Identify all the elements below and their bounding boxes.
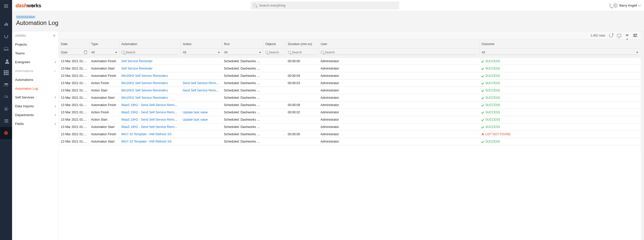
cell-run: Scheduled: Dashworks Daily bbox=[222, 138, 263, 145]
rail-progress[interactable] bbox=[0, 30, 12, 42]
rail-apps[interactable] bbox=[0, 66, 12, 79]
filter-objects[interactable] bbox=[265, 50, 284, 55]
settings-lines-icon bbox=[633, 34, 637, 37]
table-row[interactable]: 13 Mar 2021 01:00Action StartWaaS 19H2 -… bbox=[59, 116, 640, 123]
automation-link[interactable]: Win20H2 Self Service Reminders bbox=[121, 81, 168, 85]
rail-devices[interactable] bbox=[0, 42, 12, 54]
sidebar-subitem-automation-log[interactable]: Automation Log bbox=[12, 84, 59, 93]
col-date[interactable]: Date bbox=[59, 40, 89, 49]
chevron-right-icon bbox=[54, 114, 56, 116]
close-icon[interactable]: ✕ bbox=[53, 34, 56, 38]
rail-mail[interactable] bbox=[0, 79, 12, 91]
cell-outcome: SUCCESS bbox=[479, 72, 640, 80]
screen-icon bbox=[617, 34, 621, 37]
cell-duration bbox=[286, 138, 318, 145]
filter-duration-input[interactable] bbox=[292, 50, 316, 55]
automation-link[interactable]: Win20H2 Self Service Reminders bbox=[121, 96, 168, 99]
filter-type[interactable]: All bbox=[91, 50, 117, 55]
filter-objects-input[interactable] bbox=[269, 50, 284, 55]
global-search[interactable] bbox=[251, 2, 399, 10]
table-row[interactable]: 13 Mar 2021 01:00Automation StartWin7-10… bbox=[59, 138, 640, 145]
rail-lists[interactable] bbox=[0, 91, 12, 103]
rail-discover[interactable] bbox=[0, 103, 12, 115]
refresh-button[interactable] bbox=[609, 33, 613, 38]
outcome-text: SUCCESS bbox=[486, 89, 500, 92]
sidebar-item-automations[interactable]: Automations bbox=[12, 66, 59, 75]
rail-list[interactable] bbox=[0, 115, 12, 127]
automation-link[interactable]: WaaS 19H2 - Send Self-Service Reminders bbox=[121, 103, 181, 107]
user-menu[interactable]: Barry Angell bbox=[613, 3, 640, 8]
sidebar-item-teams[interactable]: Teams bbox=[12, 49, 59, 58]
automation-link[interactable]: Self Service Reminder bbox=[121, 59, 152, 63]
automation-link[interactable]: Win20H2 Self Service Reminders bbox=[121, 89, 168, 92]
table-row[interactable]: 13 Mar 2021 01:00Action StartWin20H2 Sel… bbox=[59, 87, 640, 94]
outcome-text: SUCCESS bbox=[486, 118, 500, 121]
filter-automation-input[interactable] bbox=[126, 50, 179, 55]
table-row[interactable]: 13 Mar 2021 01:00Automation FinishSelf S… bbox=[59, 58, 640, 65]
rail-admin[interactable] bbox=[0, 127, 12, 139]
rail-users[interactable] bbox=[0, 54, 12, 66]
automation-link[interactable]: Self Service Reminder bbox=[121, 67, 152, 70]
automation-link[interactable]: WaaS 19H2 - Send Self-Service Reminders bbox=[121, 111, 181, 114]
filter-outcome[interactable]: All bbox=[481, 50, 638, 55]
table-row[interactable]: 13 Mar 2021 01:00Action FinishWaaS 19H2 … bbox=[59, 109, 640, 116]
column-config-button[interactable] bbox=[633, 33, 637, 38]
sidebar-item-projects[interactable]: Projects bbox=[12, 40, 59, 49]
cell-objects bbox=[263, 131, 286, 138]
breadcrumb[interactable]: Administration bbox=[16, 15, 35, 18]
global-search-input[interactable] bbox=[259, 3, 397, 8]
cell-outcome: SUCCESS bbox=[479, 123, 640, 131]
automation-link[interactable]: Win7-10 Template - HW Refresh SS bbox=[121, 132, 172, 136]
cell-user: Administrator bbox=[318, 58, 479, 65]
automation-link[interactable]: WaaS 19H2 - Send Self-Service Reminders bbox=[121, 125, 181, 129]
rail-dashboard[interactable] bbox=[0, 18, 12, 30]
sidebar-subitem-automations[interactable]: Automations bbox=[12, 75, 59, 84]
automation-link[interactable]: Win7-10 Template - HW Refresh SS bbox=[121, 140, 172, 143]
action-link[interactable]: Send Self Service Reminder bbox=[183, 81, 222, 85]
check-icon bbox=[481, 111, 484, 114]
vertical-scrollbar[interactable] bbox=[641, 31, 644, 240]
chat-icon bbox=[610, 3, 610, 8]
table-row[interactable]: 13 Mar 2021 01:00Automation FinishWaaS 1… bbox=[59, 101, 640, 109]
cell-date: 13 Mar 2021 01:00 bbox=[59, 65, 89, 72]
sidebar-item-label: Fields bbox=[15, 122, 24, 126]
outcome-badge: SUCCESS bbox=[481, 103, 638, 107]
sidebar-item-evergreen[interactable]: Evergreen bbox=[12, 58, 59, 66]
col-automation[interactable]: Automation bbox=[119, 40, 181, 49]
export-button[interactable] bbox=[617, 33, 621, 38]
table-row[interactable]: 13 Mar 2021 01:00Automation FinishWin20H… bbox=[59, 72, 640, 80]
cell-automation: Self Service Reminder bbox=[119, 65, 181, 72]
action-link[interactable]: Update task value bbox=[183, 118, 208, 121]
menu-toggle[interactable] bbox=[0, 0, 12, 12]
col-outcome[interactable]: Outcome bbox=[479, 40, 640, 49]
filter-action[interactable]: All bbox=[183, 50, 220, 55]
col-user[interactable]: User bbox=[318, 40, 479, 49]
action-link[interactable]: Send Self Service Reminder bbox=[183, 89, 222, 92]
sidebar-item-fields[interactable]: Fields bbox=[12, 119, 59, 128]
cell-outcome: SUCCESS bbox=[479, 58, 640, 65]
automation-link[interactable]: WaaS 19H2 - Send Self-Service Reminders bbox=[121, 118, 181, 121]
col-type[interactable]: Type bbox=[89, 40, 119, 49]
col-action[interactable]: Action bbox=[181, 40, 222, 49]
automation-link[interactable]: Win20H2 Self Service Reminders bbox=[121, 74, 168, 78]
filter-run[interactable]: All bbox=[224, 50, 261, 55]
filter-automation[interactable] bbox=[122, 50, 179, 55]
table-row[interactable]: 13 Mar 2021 01:00Automation FinishWin7-1… bbox=[59, 131, 640, 138]
messages-button[interactable] bbox=[609, 3, 611, 8]
sidebar-item-departments[interactable]: Departments bbox=[12, 111, 59, 119]
col-objects[interactable]: Objects bbox=[263, 40, 286, 49]
table-row[interactable]: 13 Mar 2021 01:00Automation StartWaaS 19… bbox=[59, 123, 640, 131]
col-run[interactable]: Run bbox=[222, 40, 263, 49]
action-link[interactable]: Update task value bbox=[183, 111, 208, 114]
table-row[interactable]: 13 Mar 2021 01:00Automation StartWin20H2… bbox=[59, 94, 640, 101]
filter-clear-button[interactable] bbox=[625, 33, 629, 38]
sidebar-item-self-services[interactable]: Self Services bbox=[12, 93, 59, 102]
filter-user[interactable] bbox=[321, 50, 477, 55]
filter-user-input[interactable] bbox=[325, 50, 477, 55]
filter-duration[interactable] bbox=[288, 50, 316, 55]
table-row[interactable]: 13 Mar 2021 01:00Action FinishWin20H2 Se… bbox=[59, 80, 640, 87]
col-duration[interactable]: Duration (mm:ss) bbox=[286, 40, 318, 49]
sidebar-item-data-imports[interactable]: Data Imports bbox=[12, 102, 59, 111]
table-row[interactable]: 13 Mar 2021 01:00Automation StartSelf Se… bbox=[59, 65, 640, 72]
filter-date[interactable]: Date bbox=[61, 50, 87, 55]
